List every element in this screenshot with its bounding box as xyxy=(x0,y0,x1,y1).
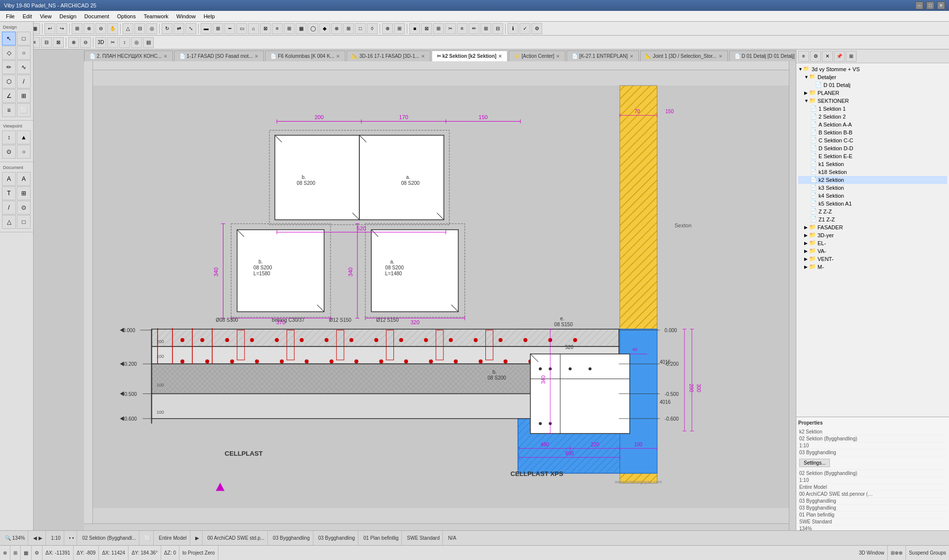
menu-options[interactable]: Options xyxy=(113,12,140,20)
tb-mirror[interactable]: ⇄ xyxy=(173,23,184,34)
tab-close-5[interactable]: ✕ xyxy=(498,54,502,59)
tree-item-fasader[interactable]: ▶ 📁 FASADER xyxy=(798,223,947,231)
scroll-vertical[interactable] xyxy=(789,61,796,530)
view-nav[interactable]: ◀ ▶ xyxy=(30,531,46,545)
tb2-b5[interactable]: ⊕ xyxy=(68,37,79,48)
menu-document[interactable]: Document xyxy=(81,12,113,20)
tb-skylight[interactable]: ◊ xyxy=(367,23,378,34)
tree-item-sekAA[interactable]: 📄 A Sektion A-A xyxy=(798,121,947,129)
tool-vp2[interactable]: ▲ xyxy=(17,130,31,144)
tb-clean[interactable]: ⊟ xyxy=(492,23,503,34)
settings-button[interactable]: Settings... xyxy=(799,459,830,467)
tree-item-va[interactable]: ▶ 📁 VA- xyxy=(798,247,947,255)
tb2-3dwindow[interactable]: 3D xyxy=(95,37,106,48)
tb-trim[interactable]: ✂ xyxy=(445,23,456,34)
tb-door[interactable]: ⊞ xyxy=(343,23,354,34)
nav-dots[interactable]: • • xyxy=(66,531,78,545)
tool-pencil[interactable]: ✏ xyxy=(2,60,16,74)
tb-check[interactable]: ✓ xyxy=(519,23,530,34)
tb-railing[interactable]: ⊞ xyxy=(284,23,295,34)
menu-file[interactable]: File xyxy=(2,12,19,20)
tb-pan[interactable]: ✋ xyxy=(107,23,118,34)
tb-rotate[interactable]: ↻ xyxy=(162,23,173,34)
tb-wall[interactable]: ▬ xyxy=(201,23,212,34)
tree-item-sekDD[interactable]: 📄 D Sektion D-D xyxy=(798,144,947,152)
tree-item-vent[interactable]: ▶ 📁 VENT- xyxy=(798,255,947,263)
zoom-level[interactable]: 🔍 134% xyxy=(2,531,28,545)
tb-detail[interactable]: ◎ xyxy=(146,23,157,34)
tb-3d[interactable]: △ xyxy=(123,23,133,34)
tb-solidop[interactable]: ⊠ xyxy=(421,23,432,34)
tool-rect[interactable]: □ xyxy=(17,32,31,45)
canvas-area[interactable]: 200 170 150 520 370 320 340 xyxy=(84,61,796,530)
tree-item-planer[interactable]: ▶ 📁 PLANER xyxy=(798,89,947,97)
tree-item-k18[interactable]: 📄 k18 Sektion xyxy=(798,168,947,176)
snap-btn[interactable]: ⊕ xyxy=(0,546,10,560)
tb-curtainwall[interactable]: ▦ xyxy=(296,23,306,34)
tool-circle[interactable]: ○ xyxy=(17,46,31,60)
tb-solid[interactable]: ■ xyxy=(409,23,420,34)
scroll-horizontal[interactable] xyxy=(84,523,789,530)
tool-line[interactable]: / xyxy=(17,75,31,88)
tree-item-m[interactable]: ▶ 📁 M- xyxy=(798,263,947,271)
tb-undo[interactable]: ↩ xyxy=(44,23,55,34)
tb2-b4[interactable]: ⊠ xyxy=(53,37,64,48)
tree-item-k2[interactable]: 📄 k2 Sektion xyxy=(798,176,947,184)
tb2-b3[interactable]: ⊟ xyxy=(41,37,52,48)
tab-d01[interactable]: 📄 D 01 Detalj [D 01 Detalj] ✕ xyxy=(729,50,806,61)
tree-item-k1[interactable]: 📄 k1 Sektion xyxy=(798,160,947,168)
tool-hex[interactable]: ⬡ xyxy=(2,75,16,88)
tree-item-k5[interactable]: 📄 k5 Sektion A1 xyxy=(798,200,947,208)
tb-roof[interactable]: ⌂ xyxy=(248,23,259,34)
tool-dim[interactable]: / xyxy=(2,201,16,215)
tb-obj[interactable]: ⊗ xyxy=(331,23,342,34)
panel-pin-btn[interactable]: 📌 xyxy=(834,51,845,62)
tab-fasad1[interactable]: 📄 1-17 FASAD [SO Fasad mot... ✕ xyxy=(174,50,264,61)
tool-angle[interactable]: ∠ xyxy=(2,89,16,103)
tb2-b6[interactable]: ⊖ xyxy=(80,37,91,48)
panel-expand-btn[interactable]: ⊞ xyxy=(846,51,857,62)
tool-diamond[interactable]: ◇ xyxy=(2,46,16,60)
tab-close-7[interactable]: ✕ xyxy=(630,54,634,59)
drawing-svg[interactable]: 200 170 150 520 370 320 340 xyxy=(93,70,789,523)
tree-item-d01[interactable]: 📄 D 01 Detalj xyxy=(798,81,947,89)
maximize-button[interactable]: □ xyxy=(926,1,934,9)
tb-column[interactable]: ⊞ xyxy=(213,23,223,34)
tb-info[interactable]: ℹ xyxy=(508,23,518,34)
tool-square[interactable]: ⬜ xyxy=(17,103,31,117)
snap-icons[interactable]: ⊞⊕⊗ xyxy=(888,546,906,560)
tb-zoom[interactable]: ⊕ xyxy=(84,23,94,34)
tb-redo[interactable]: ↪ xyxy=(56,23,67,34)
tb-elems[interactable]: ⊞ xyxy=(480,23,491,34)
tree-item-3dyer[interactable]: ▶ 📁 3D-yer xyxy=(798,231,947,239)
menu-design[interactable]: Design xyxy=(55,12,80,20)
tool-grid[interactable]: ⊞ xyxy=(17,89,31,103)
menu-help[interactable]: Help xyxy=(200,12,219,20)
tool-text[interactable]: A xyxy=(2,172,16,186)
nav-arrow[interactable]: ▶ xyxy=(192,531,203,545)
tool-circle2[interactable]: ⊙ xyxy=(17,201,31,215)
tab-k2sektion[interactable]: ✂ k2 Sektion [k2 Sektion] ✕ xyxy=(431,50,508,61)
tab-3d16[interactable]: 📐 3D-16 17-1 FASAD [3D-1... ✕ xyxy=(346,50,431,61)
tab-close-1[interactable]: ✕ xyxy=(164,54,168,59)
tree-item-sek2[interactable]: 📄 2 Sektion 2 xyxy=(798,113,947,121)
tree-item-sektioner[interactable]: ▼ 📁 SEKTIONER xyxy=(798,97,947,105)
tb-stair[interactable]: ≡ xyxy=(272,23,283,34)
tb-settings2[interactable]: ⚙ xyxy=(531,23,542,34)
tab-action[interactable]: ⚡ [Action Center] ✕ xyxy=(509,50,565,61)
tab-kolumnbas[interactable]: 📄 F6 Kolumnbas [K 004 K... ✕ xyxy=(265,50,345,61)
menu-view[interactable]: View xyxy=(36,12,56,20)
3d-window-btn[interactable]: 3D Window xyxy=(856,546,888,560)
tb-connect[interactable]: ⊞ xyxy=(433,23,444,34)
tab-close-6[interactable]: ✕ xyxy=(556,54,560,59)
tree-item-zzz[interactable]: 📄 Z Z-Z xyxy=(798,208,947,215)
tab-entreplan[interactable]: 📄 [K-27.1 ENTRÉPLAN] ✕ xyxy=(566,50,639,61)
panel-view-btn[interactable]: ≡ xyxy=(798,51,809,62)
tb-mesh[interactable]: ⊠ xyxy=(260,23,271,34)
tab-plan[interactable]: 📄 2. ПЛАН НЕСУЩИХ КОНС... ✕ xyxy=(84,50,173,61)
tool-vp3[interactable]: ⊙ xyxy=(2,145,16,159)
tree-item-el[interactable]: ▶ 📁 EL- xyxy=(798,239,947,247)
tool-spline[interactable]: ∿ xyxy=(17,60,31,74)
tab-joint1[interactable]: 📐 Joint 1 [3D / Selection_Stor... ✕ xyxy=(640,50,728,61)
tb-scale[interactable]: ⤡ xyxy=(185,23,196,34)
